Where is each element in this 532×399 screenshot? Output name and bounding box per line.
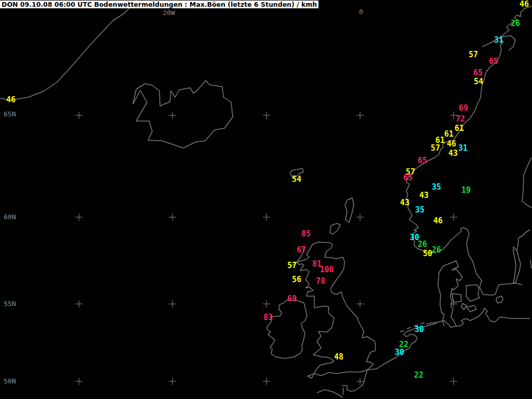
station-value: 50 (423, 250, 432, 258)
station-value: 65 (473, 69, 483, 77)
station-value: 22 (414, 371, 423, 379)
station-value: 57 (287, 262, 297, 270)
coastline-zealand (466, 285, 480, 301)
coastline-right-edge-coast (530, 260, 531, 269)
weather-map-screen: 20W065N60N55N50N464626315765655469726161… (0, 0, 532, 399)
graticule-cross (75, 300, 83, 308)
coastline-jutland (438, 261, 462, 326)
station-value: 54 (292, 176, 301, 183)
coastline-channel-island (343, 388, 343, 395)
station-value: 69 (459, 104, 468, 112)
station-value: 61 (455, 125, 464, 132)
station-value: 69 (287, 295, 297, 303)
graticule-cross (75, 214, 83, 221)
coastline-map (0, 0, 532, 399)
station-value: 30 (395, 349, 404, 356)
station-value: 43 (419, 192, 429, 200)
coastline-greenland (0, 0, 137, 100)
station-value: 35 (415, 206, 424, 214)
station-value: 31 (494, 36, 503, 44)
coastline-baltic-sliver (513, 247, 521, 284)
coastline-frisian-island-1 (400, 330, 404, 332)
graticule-cross (263, 112, 270, 119)
coastline-orkney (330, 223, 340, 234)
graticule-cross (450, 214, 457, 221)
coastline-lolland (467, 305, 476, 312)
station-value: 65 (403, 174, 413, 182)
coastline-sweden-bothnia (522, 157, 531, 208)
station-value: 31 (458, 144, 468, 152)
lat-label-55N: 55N (4, 300, 16, 307)
coastline-brittany (342, 370, 367, 391)
lat-label-65N: 65N (4, 111, 16, 117)
coastline-iceland (133, 81, 233, 148)
coastline-brittany-west (317, 390, 343, 397)
station-value: 106 (320, 266, 334, 274)
station-value: 19 (461, 187, 471, 194)
coastline-falster (461, 303, 467, 310)
graticule-cross (169, 112, 176, 119)
station-value: 78 (316, 277, 325, 285)
station-value: 46 (520, 1, 529, 8)
coastline-shetland (345, 198, 354, 222)
lat-label-60N: 60N (4, 214, 16, 220)
station-value: 83 (263, 314, 273, 322)
lat-label-50N: 50N (4, 378, 16, 384)
graticule-cross (169, 300, 176, 308)
coastline-sweden-baltic (517, 230, 530, 250)
station-value: 54 (474, 78, 483, 86)
coastline-ireland (267, 300, 307, 358)
station-value: 72 (456, 115, 465, 123)
graticule-cross (169, 214, 176, 221)
graticule-cross (263, 378, 270, 385)
coastline-frisian-island-2 (407, 327, 411, 329)
graticule-cross (169, 378, 176, 385)
graticule-cross (75, 112, 83, 119)
station-value: 46 (6, 96, 16, 104)
station-value: 65 (418, 157, 427, 165)
station-value: 43 (448, 150, 458, 157)
station-value: 67 (297, 246, 306, 254)
coastline-bornholm (496, 296, 503, 303)
title-text: DON 09.10.08 06:00 UTC Bodenwettermeldun… (2, 1, 317, 8)
station-value: 57 (469, 51, 478, 59)
graticule-cross (263, 214, 270, 221)
station-value: 65 (489, 58, 498, 65)
station-value: 43 (400, 199, 409, 207)
station-value: 85 (301, 230, 311, 238)
lon-label-0: 0 (359, 8, 363, 15)
graticule-cross (356, 112, 364, 119)
graticule-cross (356, 300, 364, 308)
station-value: 30 (415, 326, 424, 334)
station-value: 48 (334, 353, 343, 361)
graticule-cross (263, 300, 270, 308)
station-value: 57 (431, 144, 440, 152)
station-value: 46 (433, 217, 443, 225)
station-value: 26 (511, 20, 520, 28)
station-value: 46 (447, 140, 456, 148)
station-value: 26 (432, 246, 441, 254)
station-value: 61 (444, 130, 454, 138)
title-bar: DON 09.10.08 06:00 UTC Bodenwettermeldun… (0, 1, 318, 8)
graticule-cross (356, 214, 364, 221)
graticule-cross (450, 378, 457, 385)
lon-label-20W: 20W (163, 9, 175, 16)
station-value: 56 (292, 276, 301, 284)
graticule-cross (356, 378, 364, 385)
station-value: 35 (432, 183, 441, 191)
station-value: 26 (418, 241, 427, 248)
graticule-cross (75, 378, 83, 385)
